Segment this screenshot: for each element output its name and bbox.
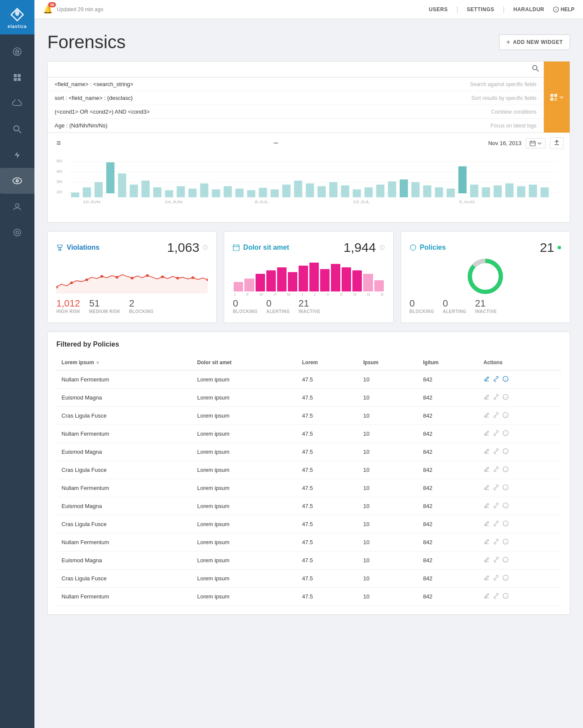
col-header-5: Igitum xyxy=(418,355,478,370)
link-icon-3[interactable] xyxy=(493,430,499,437)
user-link[interactable]: HARALDUR xyxy=(513,6,544,12)
suggestion-item-3[interactable]: (<cond1> OR <cond2>) AND <cond3> Combine… xyxy=(48,105,543,119)
svg-rect-79 xyxy=(540,187,549,197)
svg-text:?: ? xyxy=(555,8,557,12)
violations-info-btn[interactable]: ⓘ xyxy=(203,244,208,251)
dolor-chart: JFMAMJJASOND xyxy=(233,259,384,294)
suggestion-item-1[interactable]: <field_name> : <search_string> Search ag… xyxy=(48,77,543,91)
svg-rect-52 xyxy=(224,186,232,197)
help-button[interactable]: ? HELP xyxy=(553,6,574,12)
cell-lorem-7: 47.5 xyxy=(297,497,358,515)
sidebar-item-cloud[interactable] xyxy=(0,90,34,116)
edit-icon-2[interactable] xyxy=(484,412,490,419)
link-icon-10[interactable] xyxy=(493,557,499,564)
suggestion-item-2[interactable]: sort : <field_name> : {desclasc} Sort re… xyxy=(48,91,543,105)
sidebar-item-grid[interactable] xyxy=(0,65,34,90)
info-icon-5[interactable]: i xyxy=(503,466,509,474)
edit-icon-11[interactable] xyxy=(484,575,490,582)
info-icon-3[interactable]: i xyxy=(503,430,509,437)
info-icon-12[interactable]: i xyxy=(503,593,509,600)
search-submit-button[interactable] xyxy=(532,65,539,74)
info-icon-0[interactable]: i xyxy=(503,376,509,383)
cell-lorem-11: 47.5 xyxy=(297,570,358,588)
policies-footer: 0 BLOCKING 0 ALERTING 21 INACTIVE xyxy=(410,298,561,314)
link-icon-11[interactable] xyxy=(493,575,499,582)
svg-text:5.AUG: 5.AUG xyxy=(459,200,475,204)
policies-alerting-stat: 0 ALERTING xyxy=(443,298,466,314)
link-icon-6[interactable] xyxy=(493,484,499,492)
info-icon-6[interactable]: i xyxy=(503,484,509,492)
cell-dolor-9: Lorem ipsum xyxy=(192,533,297,551)
link-icon-9[interactable] xyxy=(493,539,499,546)
dolor-info-btn[interactable]: ⓘ xyxy=(379,244,385,251)
widget-toggle-button[interactable] xyxy=(544,62,570,133)
sidebar-item-search[interactable] xyxy=(0,116,34,142)
calendar-button[interactable] xyxy=(526,138,546,149)
page-header: Forensics + ADD NEW WIDGET xyxy=(47,32,570,53)
info-icon-11[interactable]: i xyxy=(503,575,509,582)
cell-name-12: Nullam Fermentum xyxy=(56,588,192,606)
svg-rect-41 xyxy=(95,182,103,197)
info-icon-7[interactable]: i xyxy=(503,502,509,510)
lightning-icon xyxy=(13,151,22,159)
edit-icon-3[interactable] xyxy=(484,430,490,437)
cell-lorem-4: 47.5 xyxy=(297,443,358,461)
sidebar-item-user[interactable] xyxy=(0,194,34,220)
info-icon-4[interactable]: i xyxy=(503,448,509,455)
svg-rect-98 xyxy=(233,245,239,251)
edit-icon-4[interactable] xyxy=(484,448,490,455)
edit-icon-1[interactable] xyxy=(484,394,490,401)
upload-button[interactable] xyxy=(550,137,564,149)
add-widget-button[interactable]: + ADD NEW WIDGET xyxy=(499,34,571,50)
chart-minus-button[interactable]: − xyxy=(271,136,281,150)
cell-dolor-4: Lorem ipsum xyxy=(192,443,297,461)
info-icon-1[interactable]: i xyxy=(503,394,509,401)
link-icon-7[interactable] xyxy=(493,502,499,510)
link-icon-1[interactable] xyxy=(493,394,499,401)
svg-rect-61 xyxy=(329,182,337,197)
cell-name-6: Nullam Fermentum xyxy=(56,479,192,497)
edit-icon-7[interactable] xyxy=(484,502,490,510)
edit-icon-0[interactable] xyxy=(484,376,490,383)
sidebar-item-eye[interactable] xyxy=(0,168,34,194)
cell-igitum-2: 842 xyxy=(418,407,478,425)
chart-equals-button[interactable]: ≡ xyxy=(54,137,64,149)
edit-icon-10[interactable] xyxy=(484,557,490,564)
edit-icon-12[interactable] xyxy=(484,593,490,600)
link-icon-2[interactable] xyxy=(493,412,499,419)
cell-ipsum-9: 10 xyxy=(358,533,418,551)
logo[interactable]: elastica xyxy=(0,0,34,34)
edit-icon-5[interactable] xyxy=(484,466,490,474)
info-icon-8[interactable]: i xyxy=(503,520,509,528)
link-icon-12[interactable] xyxy=(493,593,499,600)
sidebar-nav xyxy=(0,39,34,245)
svg-rect-42 xyxy=(106,162,114,193)
policies-blocking-stat: 0 BLOCKING xyxy=(410,298,434,314)
edit-icon-8[interactable] xyxy=(484,520,490,528)
cell-ipsum-5: 10 xyxy=(358,461,418,479)
edit-icon-9[interactable] xyxy=(484,539,490,546)
sidebar-item-dashboard[interactable] xyxy=(0,39,34,65)
user-icon xyxy=(13,202,22,211)
cell-ipsum-7: 10 xyxy=(358,497,418,515)
info-icon-10[interactable]: i xyxy=(503,557,509,564)
settings-link[interactable]: SETTINGS xyxy=(467,6,494,12)
info-icon-2[interactable]: i xyxy=(503,412,509,419)
sidebar-item-settings[interactable] xyxy=(0,220,34,245)
users-link[interactable]: USERS xyxy=(429,6,448,12)
calendar-stat-icon xyxy=(233,244,240,251)
link-icon-0[interactable] xyxy=(493,376,499,383)
info-icon-9[interactable]: i xyxy=(503,539,509,546)
link-icon-8[interactable] xyxy=(493,520,499,528)
link-icon-5[interactable] xyxy=(493,466,499,474)
date-display: Nov 16, 2013 xyxy=(488,140,521,146)
edit-icon-6[interactable] xyxy=(484,484,490,492)
col-header-1[interactable]: Lorem ipsum ▼ xyxy=(56,355,192,370)
link-icon-4[interactable] xyxy=(493,448,499,455)
suggestion-item-4[interactable]: Age : (Nd/Nh/Nm/Ns) Focus on latest logs xyxy=(48,119,543,133)
notification-bell[interactable]: 🔔 38 xyxy=(43,5,52,14)
dolor-inactive-value: 21 xyxy=(299,298,321,309)
sidebar-item-alerts[interactable] xyxy=(0,142,34,168)
svg-rect-5 xyxy=(14,74,17,77)
search-input[interactable] xyxy=(52,66,532,73)
